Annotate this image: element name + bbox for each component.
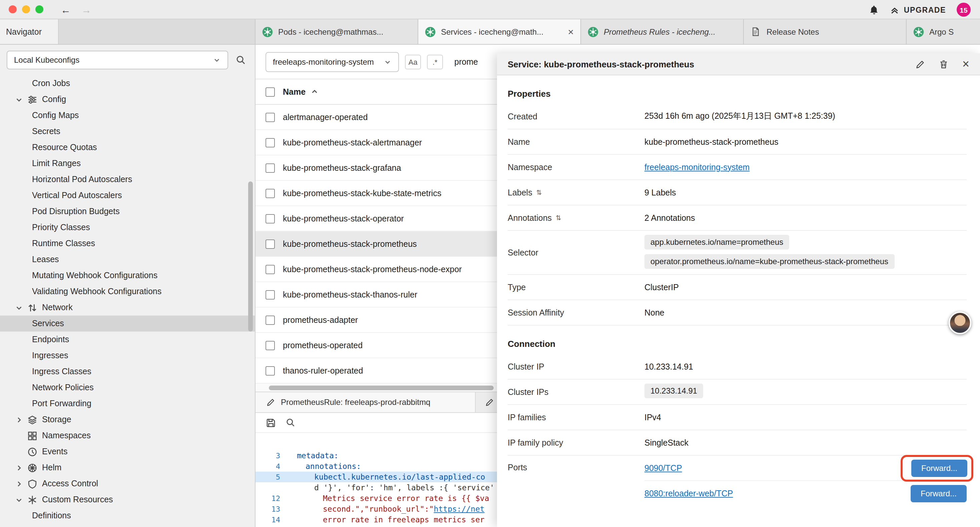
sidebar-item-mutating-webhook-configurations[interactable]: Mutating Webhook Configurations — [0, 267, 255, 283]
back-arrow-icon[interactable]: ← — [61, 4, 71, 14]
sidebar-item-helm[interactable]: Helm — [0, 460, 255, 476]
sidebar-item-leases[interactable]: Leases — [0, 252, 255, 267]
sidebar-item-vertical-pod-autoscalers[interactable]: Vertical Pod Autoscalers — [0, 188, 255, 204]
sidebar-item-network[interactable]: Network — [0, 299, 255, 315]
notifications-bell-icon[interactable] — [869, 4, 879, 15]
chevron-right-icon[interactable] — [15, 479, 24, 488]
chevron-down-icon[interactable] — [15, 495, 24, 504]
detail-row-label: Name — [508, 137, 644, 146]
close-icon[interactable]: × — [963, 58, 969, 70]
row-checkbox[interactable] — [266, 112, 275, 122]
namespaces-icon — [27, 431, 39, 441]
sidebar-item-label: Cron Jobs — [32, 79, 70, 88]
tab-prometheus-rules-icecheng[interactable]: Prometheus Rules - icecheng... — [581, 19, 744, 44]
minimize-window-button[interactable] — [22, 5, 30, 13]
edit-icon[interactable] — [916, 59, 926, 69]
sidebar-item-events[interactable]: Events — [0, 444, 255, 460]
sidebar-item-label: Config Maps — [32, 111, 79, 120]
scrollbar-thumb[interactable] — [269, 385, 494, 390]
notification-count-badge[interactable]: 15 — [957, 3, 970, 17]
match-case-toggle[interactable]: Aa — [405, 54, 421, 69]
select-all-checkbox[interactable] — [266, 87, 275, 96]
sidebar-item-namespaces[interactable]: Namespaces — [0, 428, 255, 444]
sidebar-item-priority-classes[interactable]: Priority Classes — [0, 220, 255, 236]
search-input[interactable]: prome — [454, 57, 478, 66]
sidebar-item-config-maps[interactable]: Config Maps — [0, 107, 255, 123]
sidebar-item-endpoints[interactable]: Endpoints — [0, 331, 255, 347]
port-line: 9090/TCPForward... — [644, 455, 967, 481]
close-window-button[interactable] — [9, 5, 17, 13]
sidebar-item-secrets[interactable]: Secrets — [0, 123, 255, 139]
line-number: 3 — [256, 451, 288, 460]
upgrade-button[interactable]: UPGRADE — [890, 5, 946, 14]
row-checkbox[interactable] — [266, 163, 275, 172]
row-checkbox[interactable] — [266, 188, 275, 198]
row-checkbox[interactable] — [266, 290, 275, 299]
sidebar-item-definitions[interactable]: Definitions — [0, 508, 255, 524]
port-link[interactable]: 8080:reloader-web/TCP — [644, 489, 733, 498]
sidebar-item-access-control[interactable]: Access Control — [0, 476, 255, 492]
maximize-window-button[interactable] — [35, 5, 43, 13]
sidebar-item-port-forwarding[interactable]: Port Forwarding — [0, 396, 255, 412]
sidebar-scrollbar[interactable] — [248, 182, 253, 331]
sidebar-item-validating-webhook-configurations[interactable]: Validating Webhook Configurations — [0, 283, 255, 299]
row-checkbox[interactable] — [266, 138, 275, 147]
chevron-down-icon[interactable] — [15, 303, 24, 312]
save-icon[interactable] — [266, 417, 276, 428]
tab-services-icecheng-math[interactable]: Services - icecheng@math...× — [418, 19, 581, 44]
sidebar-item-ingress-classes[interactable]: Ingress Classes — [0, 363, 255, 380]
dock-tab-prometheusrule[interactable]: PrometheusRule: freeleaps-prod-rabbitmq — [256, 392, 476, 412]
row-checkbox[interactable] — [266, 315, 275, 325]
row-checkbox[interactable] — [266, 264, 275, 274]
sidebar-item-resource-quotas[interactable]: Resource Quotas — [0, 139, 255, 155]
sidebar-item-services[interactable]: Services — [0, 315, 255, 331]
trash-icon[interactable] — [939, 59, 949, 69]
namespace-filter-select[interactable]: freeleaps-monitoring-system — [266, 52, 399, 72]
dock-tab-next[interactable] — [476, 392, 494, 412]
sidebar-item-horizontal-pod-autoscalers[interactable]: Horizontal Pod Autoscalers — [0, 172, 255, 188]
sidebar-item-custom-resources[interactable]: Custom Resources — [0, 492, 255, 508]
row-checkbox[interactable] — [266, 366, 275, 375]
detail-row-cluster-ip: Cluster IP10.233.14.91 — [508, 354, 967, 380]
detail-row-cluster-ips: Cluster IPs10.233.14.91 — [508, 380, 967, 405]
chevron-down-icon[interactable] — [15, 95, 24, 104]
tab-pods-icecheng-mathmas[interactable]: Pods - icecheng@mathmas... — [256, 19, 418, 44]
tab-label: Services - icecheng@math... — [441, 27, 561, 37]
user-avatar[interactable] — [949, 312, 971, 334]
forward-button[interactable]: Forward... — [911, 459, 967, 477]
expand-toggle-icon[interactable]: ⇅ — [536, 189, 542, 196]
detail-row-value: kube-prometheus-stack-prometheus — [644, 137, 967, 146]
row-checkbox[interactable] — [266, 214, 275, 223]
sidebar-item-runtime-classes[interactable]: Runtime Classes — [0, 236, 255, 252]
edit-icon — [485, 398, 494, 407]
chevron-right-icon[interactable] — [15, 463, 24, 472]
tab-release-notes[interactable]: Release Notes — [744, 19, 907, 44]
regex-toggle[interactable]: .* — [427, 54, 443, 69]
close-tab-icon[interactable]: × — [568, 26, 574, 37]
search-icon[interactable] — [286, 417, 296, 428]
sidebar-item-config[interactable]: Config — [0, 91, 255, 107]
detail-row-value: None — [644, 308, 967, 317]
sidebar-item-cron-jobs[interactable]: Cron Jobs — [0, 75, 255, 91]
tab-argo-s[interactable]: Argo S — [907, 19, 980, 44]
sidebar-item-ingresses[interactable]: Ingresses — [0, 347, 255, 363]
namespace-link[interactable]: freeleaps-monitoring-system — [644, 162, 749, 172]
sidebar-item-limit-ranges[interactable]: Limit Ranges — [0, 155, 255, 172]
search-icon[interactable] — [235, 55, 246, 65]
chevron-right-icon[interactable] — [15, 415, 24, 424]
row-checkbox[interactable] — [266, 341, 275, 350]
expand-toggle-icon[interactable]: ⇅ — [556, 214, 562, 221]
name-column-header[interactable]: Name — [283, 87, 305, 96]
forward-button[interactable]: Forward... — [911, 485, 967, 502]
sidebar-item-label: Horizontal Pod Autoscalers — [32, 175, 132, 184]
sidebar-item-network-policies[interactable]: Network Policies — [0, 380, 255, 396]
row-checkbox[interactable] — [266, 239, 275, 248]
port-link[interactable]: 9090/TCP — [644, 463, 682, 473]
sidebar-item-storage[interactable]: Storage — [0, 412, 255, 428]
detail-row-ports: Ports9090/TCPForward...8080:reloader-web… — [508, 455, 967, 506]
sidebar-item-label: Definitions — [32, 511, 71, 520]
kubeconfig-selector[interactable]: Local Kubeconfigs — [7, 51, 228, 69]
detail-row-label: Namespace — [508, 162, 644, 172]
forward-arrow-icon[interactable]: → — [81, 4, 91, 14]
sidebar-item-pod-disruption-budgets[interactable]: Pod Disruption Budgets — [0, 204, 255, 220]
